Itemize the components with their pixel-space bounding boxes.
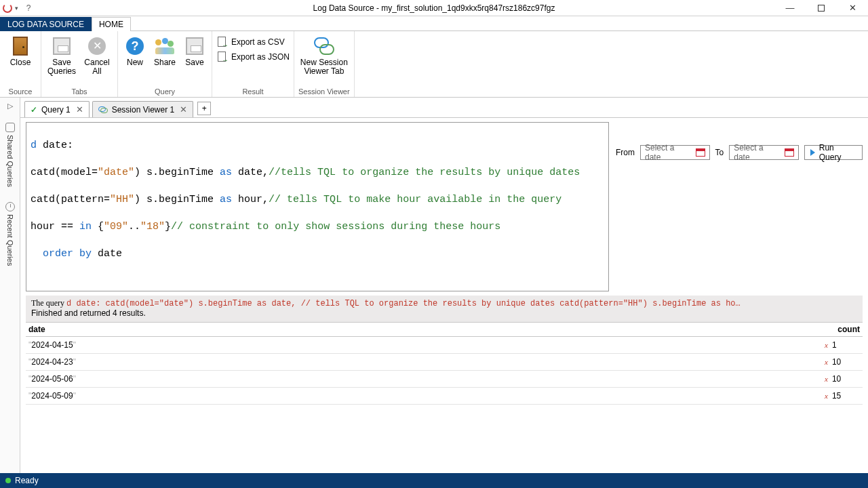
close-tab-icon[interactable]: ✕ xyxy=(76,104,83,115)
session-icon xyxy=(313,35,335,57)
share-icon xyxy=(154,35,176,57)
close-button[interactable]: Close xyxy=(4,34,37,67)
save-query-button[interactable]: Save xyxy=(182,34,208,67)
close-tab-icon[interactable]: ✕ xyxy=(180,104,187,115)
window-title: Log Data Source - my_first_solution_1qd9… xyxy=(313,3,555,13)
tab-label: Query 1 xyxy=(41,105,71,115)
group-label-tabs: Tabs xyxy=(71,86,87,97)
table-row[interactable]: "2024-05-06"x10 xyxy=(26,371,863,388)
from-date-picker[interactable]: Select a date xyxy=(640,145,710,160)
share-button[interactable]: Share xyxy=(151,34,179,67)
app-icon xyxy=(3,3,12,13)
table-row[interactable]: "2024-04-15"x1 xyxy=(26,337,863,354)
disk-icon xyxy=(51,35,73,57)
help-button[interactable]: ? xyxy=(18,3,39,13)
query-controls: From Select a date To Select a date Run … xyxy=(616,122,863,160)
group-label-session: Session Viewer xyxy=(298,86,350,97)
save-queries-button[interactable]: Save Queries xyxy=(45,34,78,76)
maximize-button[interactable] xyxy=(806,0,837,16)
minimize-button[interactable]: — xyxy=(774,0,806,16)
ribbon-tab-context[interactable]: LOG DATA SOURCE xyxy=(0,17,92,31)
tab-session-viewer-1[interactable]: Session Viewer 1 ✕ xyxy=(92,101,194,117)
query-status: The query d date: catd(model="date") s.b… xyxy=(26,296,863,322)
main-pane: ✓ Query 1 ✕ Session Viewer 1 ✕ + d date:… xyxy=(20,98,868,473)
export-icon xyxy=(216,52,227,62)
x-icon: x xyxy=(825,341,828,349)
ribbon: Close Source Save Queries ✕ Cancel All T… xyxy=(0,31,868,98)
clock-icon xyxy=(5,202,15,211)
ribbon-tab-strip: LOG DATA SOURCE HOME ⌃ xyxy=(0,16,868,31)
status-bar: Ready xyxy=(0,473,868,488)
question-icon: ? xyxy=(124,35,146,57)
from-label: From xyxy=(616,148,635,157)
results-table: date count "2024-04-15"x1"2024-04-23"x10… xyxy=(26,322,863,405)
work-area: ▷ Shared Queries Recent Queries ✓ Query … xyxy=(0,98,868,473)
doc-icon xyxy=(5,123,15,132)
calendar-icon xyxy=(696,148,705,157)
check-icon: ✓ xyxy=(31,105,37,115)
column-header-count[interactable]: count xyxy=(822,323,863,336)
add-tab-button[interactable]: + xyxy=(197,102,211,115)
shared-queries-tab[interactable]: Shared Queries xyxy=(5,119,15,191)
title-bar: ▾ Log Data Source - my_first_solution_1q… xyxy=(0,0,868,16)
x-icon: x xyxy=(825,358,828,366)
export-icon xyxy=(216,37,227,47)
run-query-button[interactable]: Run Query xyxy=(804,145,863,160)
column-header-date[interactable]: date xyxy=(26,323,822,336)
calendar-icon xyxy=(785,148,793,157)
cancel-all-button[interactable]: ✕ Cancel All xyxy=(81,34,113,76)
session-icon xyxy=(98,106,108,113)
tab-query-1[interactable]: ✓ Query 1 ✕ xyxy=(24,101,90,117)
side-panel: ▷ Shared Queries Recent Queries xyxy=(0,98,20,473)
disk-icon xyxy=(184,35,205,57)
tab-label: Session Viewer 1 xyxy=(112,105,175,115)
ribbon-tab-home[interactable]: HOME xyxy=(92,17,131,31)
cancel-icon: ✕ xyxy=(86,35,108,57)
group-label-query: Query xyxy=(155,86,175,97)
status-text: Ready xyxy=(15,476,39,485)
to-date-picker[interactable]: Select a date xyxy=(729,145,799,160)
group-label-result: Result xyxy=(242,86,263,97)
export-json-button[interactable]: Export as JSON xyxy=(216,52,290,62)
play-icon xyxy=(810,149,815,156)
table-row[interactable]: "2024-04-23"x10 xyxy=(26,354,863,371)
query-editor[interactable]: d date: catd(model="date") s.beginTime a… xyxy=(26,122,609,291)
recent-queries-tab[interactable]: Recent Queries xyxy=(5,198,15,270)
to-label: To xyxy=(715,148,724,157)
table-row[interactable]: "2024-05-09"x15 xyxy=(26,388,863,405)
group-label-source: Source xyxy=(9,86,33,97)
new-query-button[interactable]: ? New xyxy=(122,34,148,67)
close-window-button[interactable]: ✕ xyxy=(837,0,868,16)
document-tabs: ✓ Query 1 ✕ Session Viewer 1 ✕ + xyxy=(20,98,868,118)
new-session-viewer-button[interactable]: New Session Viewer Tab xyxy=(299,34,349,76)
status-dot-icon xyxy=(5,478,11,483)
expand-side-icon[interactable]: ▷ xyxy=(6,100,14,112)
result-summary: Finished and returned 4 results. xyxy=(31,308,857,318)
door-icon xyxy=(9,35,31,57)
x-icon: x xyxy=(825,375,828,383)
x-icon: x xyxy=(825,392,828,400)
export-csv-button[interactable]: Export as CSV xyxy=(216,37,290,47)
